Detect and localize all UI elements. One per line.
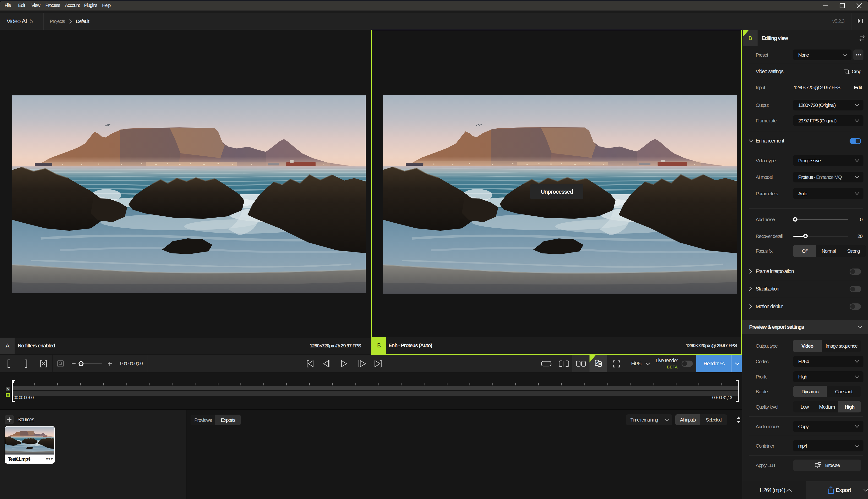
- svg-text:B: B: [7, 393, 9, 397]
- svg-text:00:00:00;00: 00:00:00;00: [14, 395, 34, 400]
- svg-text:00:00:31;13: 00:00:31;13: [712, 395, 732, 400]
